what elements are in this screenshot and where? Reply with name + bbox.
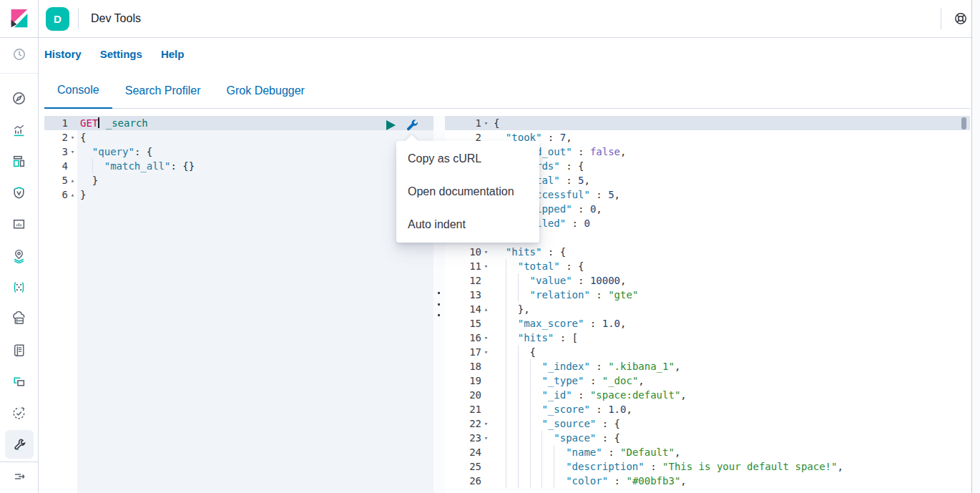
discover-compass-icon [11, 91, 26, 106]
fold-toggle[interactable]: ▴ [481, 302, 491, 316]
code-line: { [77, 130, 433, 145]
sidebar-item-apm[interactable] [5, 367, 34, 396]
sidebar-item-machine-learning[interactable] [5, 273, 34, 301]
help-link[interactable]: Help [161, 48, 185, 60]
fold-toggle[interactable]: ▾ [481, 245, 491, 259]
code-line: "took" : 7, [491, 130, 970, 145]
code-line: } [77, 187, 433, 202]
code-line: "hits" : [ [491, 331, 970, 345]
security-shield-icon [11, 185, 26, 200]
sidebar-item-snapshot[interactable] [5, 304, 34, 333]
request-editor[interactable]: 12▾3▾45▴6▴ GET _search{ "query": { "matc… [44, 116, 433, 493]
settings-link[interactable]: Settings [100, 48, 142, 60]
code-line: "value" : 10000, [491, 273, 970, 288]
gutter-line: 19 [445, 374, 491, 388]
sidebar-item-recently-viewed[interactable] [5, 40, 34, 69]
send-request-button[interactable] [386, 120, 396, 130]
tab-search-profiler[interactable]: Search Profiler [112, 84, 214, 108]
sidebar-item-security[interactable] [5, 178, 34, 207]
code-line: "match_all": {} [77, 159, 433, 173]
fold-toggle[interactable]: ▾ [481, 259, 491, 273]
sidebar-item-dashboard[interactable] [5, 147, 34, 175]
response-editor-code[interactable]: { "took" : 7, "timed_out" : false, "_sha… [491, 116, 970, 493]
devtools-wrench-icon [12, 437, 26, 451]
code-line: }, [491, 302, 970, 316]
fold-toggle[interactable]: ▾ [68, 130, 77, 145]
app-sidebar [0, 38, 39, 493]
gutter-line: 26 [445, 474, 491, 488]
gutter-line: 12 [445, 273, 491, 288]
code-line: "space" : { [491, 431, 970, 445]
history-link[interactable]: History [44, 48, 82, 60]
tab-grok-debugger[interactable]: Grok Debugger [214, 84, 318, 108]
fold-toggle[interactable]: ▾ [481, 116, 491, 130]
code-line: "total" : 5, [491, 173, 970, 187]
request-editor-code[interactable]: GET _search{ "query": { "match_all": {} … [77, 116, 433, 493]
devtools-content: History Settings Help Console Search Pro… [39, 38, 980, 493]
gutter-line: 23▾ [445, 431, 491, 445]
gutter-line: 10▾ [445, 245, 491, 259]
code-line: "skipped" : 0, [491, 202, 970, 216]
fold-toggle[interactable]: ▾ [481, 416, 491, 431]
code-line: }, [491, 230, 970, 245]
gutter-line: 18 [445, 359, 491, 374]
sidebar-item-canvas[interactable] [5, 210, 34, 238]
code-line: { [491, 116, 970, 130]
fold-toggle[interactable]: ▾ [481, 431, 491, 445]
sidebar-item-logs[interactable] [5, 336, 34, 364]
gutter-line: 1▾ [445, 116, 491, 130]
collapse-menu-icon [12, 469, 26, 484]
canvas-frame-icon [11, 217, 26, 232]
menu-item-auto-indent[interactable]: Auto indent [396, 208, 539, 241]
code-line: "_source" : { [491, 416, 970, 431]
code-line: "total" : { [491, 259, 970, 273]
window-scrollbar-gutter[interactable] [971, 0, 980, 493]
code-line: "description" : "This is your default sp… [491, 459, 970, 474]
fold-toggle[interactable]: ▾ [481, 345, 491, 359]
code-line: "_score" : 1.0, [491, 402, 970, 416]
gutter-line: 15 [445, 316, 491, 331]
sidebar-collapse-button[interactable] [5, 462, 34, 491]
fold-toggle[interactable]: ▾ [481, 331, 491, 345]
sidebar-item-discover[interactable] [5, 84, 34, 112]
gutter-line: 17▾ [445, 345, 491, 359]
gutter-line: 1 [44, 116, 77, 130]
code-line: "hits" : { [491, 245, 970, 259]
code-line: "_shards" : { [491, 159, 970, 173]
life-ring-icon [954, 11, 968, 26]
code-line: "_id" : "space:default", [491, 388, 970, 402]
kibana-logo[interactable] [0, 0, 39, 38]
code-line: "timed_out" : false, [491, 145, 970, 159]
devtools-tabs: Console Search Profiler Grok Debugger [44, 69, 970, 109]
topbar-divider [78, 8, 79, 29]
machine-learning-dots-icon [11, 280, 26, 295]
panel-resize-handle[interactable] [438, 292, 441, 316]
apm-frames-icon [11, 374, 26, 389]
sidebar-item-devtools[interactable] [5, 430, 34, 459]
code-line: "_type" : "_doc", [491, 374, 970, 388]
dashboard-blocks-icon [11, 154, 26, 169]
response-scrollbar-thumb[interactable] [961, 117, 966, 130]
top-bar: D Dev Tools [0, 0, 980, 38]
fold-toggle[interactable]: ▴ [68, 173, 77, 187]
space-switcher-badge[interactable]: D [46, 7, 69, 31]
fold-toggle[interactable]: ▾ [68, 145, 77, 159]
page-title: Dev Tools [91, 12, 141, 25]
console-settings-menu: Copy as cURL Open documentation Auto ind… [396, 141, 539, 243]
code-line: "query": { [77, 145, 433, 159]
gutter-line: 11▾ [445, 259, 491, 273]
gutter-line: 4 [44, 159, 77, 173]
fold-toggle[interactable]: ▴ [68, 187, 77, 202]
request-settings-button[interactable] [406, 118, 419, 132]
tab-console[interactable]: Console [44, 84, 112, 109]
sidebar-item-maps[interactable] [5, 241, 34, 270]
code-line: "successful" : 5, [491, 187, 970, 202]
gutter-line: 13 [445, 288, 491, 302]
menu-item-copy-as-curl[interactable]: Copy as cURL [396, 142, 539, 175]
gutter-line: 24 [445, 445, 491, 459]
sidebar-item-visualize[interactable] [5, 115, 34, 144]
gutter-line: 5▴ [44, 173, 77, 187]
sidebar-item-uptime[interactable] [5, 399, 34, 427]
menu-item-open-documentation[interactable]: Open documentation [396, 175, 539, 208]
code-line: "_index" : ".kibana_1", [491, 359, 970, 374]
